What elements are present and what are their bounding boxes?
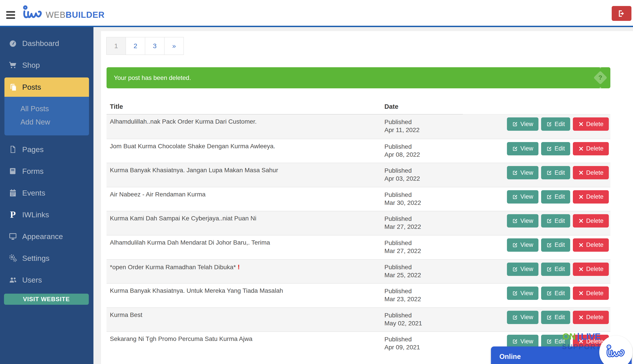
chat-separator: |: [576, 332, 581, 341]
pen-square-icon: [546, 314, 552, 320]
sidebar-item-settings[interactable]: Settings: [0, 250, 94, 266]
sidebar-item-label: Appearance: [22, 232, 63, 241]
sidebar-item-appearance[interactable]: Appearance: [0, 228, 94, 244]
posts-table-body: Alhamdulillah..nak Pack Order Kurma Dari…: [106, 114, 610, 356]
x-icon: [578, 242, 584, 248]
edit-button[interactable]: Edit: [541, 190, 570, 204]
post-date: Apr 08, 2022: [384, 151, 463, 159]
pagination-page-1[interactable]: 1: [106, 37, 126, 55]
view-button[interactable]: View: [507, 166, 538, 179]
edit-button[interactable]: Edit: [541, 262, 570, 276]
delete-button[interactable]: Delete: [573, 142, 609, 155]
post-actions: View Edit Delete: [463, 166, 610, 179]
sidebar-item-iwlinks[interactable]: P IWLinks: [0, 207, 94, 222]
brand-logo[interactable]: WEBBUILDER: [21, 4, 104, 23]
x-icon: [578, 121, 584, 127]
post-date: Apr 03, 2022: [384, 175, 463, 183]
post-title: Kurma Best: [106, 312, 384, 318]
delete-button[interactable]: Delete: [573, 118, 609, 131]
edit-button[interactable]: Edit: [541, 311, 570, 324]
post-date-cell: Published Apr 03, 2022: [384, 167, 463, 183]
delete-button[interactable]: Delete: [573, 166, 609, 179]
table-row: Kurma Banyak Khasiatnya. Untuk Mereka Ya…: [106, 283, 610, 308]
delete-button[interactable]: Delete: [573, 238, 609, 252]
post-status: Published: [384, 167, 463, 175]
post-status: Published: [384, 263, 463, 271]
pen-square-icon: [546, 121, 552, 127]
view-button[interactable]: View: [507, 335, 538, 348]
delete-button[interactable]: Delete: [573, 311, 609, 324]
edit-button[interactable]: Edit: [541, 142, 570, 155]
marker-p-icon: P: [8, 210, 18, 220]
iw-logo-icon: [605, 344, 627, 361]
post-title: Alhamdulillah..nak Pack Order Kurma Dari…: [106, 118, 384, 125]
post-actions: View Edit Delete: [463, 118, 610, 131]
post-title: Kurma Banyak Khasiatnya. Untuk Mereka Ya…: [106, 287, 384, 294]
copy-icon: [8, 82, 18, 92]
sidebar-item-events[interactable]: Events: [0, 185, 94, 201]
posts-table: Title Date Alhamdulillah..nak Pack Order…: [106, 99, 610, 356]
post-date-cell: Published Mar 30, 2022: [384, 191, 463, 207]
pen-square-icon: [546, 242, 552, 248]
sidebar-item-forms[interactable]: Forms: [0, 163, 94, 179]
brand-name: WEBBUILDER: [46, 10, 104, 20]
sidebar-subitem-all-posts[interactable]: All Posts: [4, 102, 89, 116]
edit-button[interactable]: Edit: [541, 214, 570, 228]
post-actions: View Edit Delete: [463, 238, 610, 252]
view-button[interactable]: View: [507, 118, 538, 131]
delete-button[interactable]: Delete: [573, 286, 609, 300]
pen-square-icon: [512, 290, 518, 296]
hamburger-menu-icon[interactable]: [6, 11, 15, 19]
view-button[interactable]: View: [507, 238, 538, 252]
sidebar-item-users[interactable]: Users: [0, 272, 94, 288]
pen-square-icon: [512, 170, 518, 176]
post-date: Mar 27, 2022: [384, 247, 463, 255]
pagination-page-3[interactable]: 3: [145, 37, 164, 55]
view-button[interactable]: View: [507, 262, 538, 276]
post-status: Published: [384, 335, 463, 343]
sign-out-icon: [618, 9, 626, 18]
sidebar-item-posts-active[interactable]: Posts: [4, 78, 89, 97]
view-button[interactable]: View: [507, 142, 538, 155]
sidebar-item-label: Posts: [22, 83, 41, 92]
sidebar-item-shop[interactable]: Shop: [0, 57, 94, 73]
post-status: Published: [384, 287, 463, 295]
sidebar-item-dashboard[interactable]: Dashboard: [0, 36, 94, 51]
question-diamond-icon[interactable]: ?: [594, 71, 607, 84]
sidebar-item-label: Users: [22, 276, 42, 284]
delete-button[interactable]: Delete: [573, 190, 609, 204]
x-icon: [578, 170, 584, 176]
file-icon: [8, 144, 18, 154]
posts-submenu: All Posts Add New: [4, 97, 89, 136]
gears-icon: [8, 253, 18, 263]
pagination-page-2[interactable]: 2: [126, 37, 145, 55]
logout-button[interactable]: [612, 6, 632, 21]
post-date: Mar 30, 2022: [384, 199, 463, 207]
pagination-next[interactable]: »: [164, 37, 184, 55]
post-date-cell: Published Apr 11, 2022: [384, 118, 463, 134]
visit-website-button[interactable]: VISIT WEBSITE: [4, 294, 89, 305]
sidebar-subitem-add-new[interactable]: Add New: [4, 116, 89, 129]
sidebar-item-label: Forms: [22, 167, 44, 176]
view-button[interactable]: View: [507, 190, 538, 204]
post-title: Air Nabeez - Air Rendaman Kurma: [106, 191, 384, 198]
post-status: Published: [384, 118, 463, 126]
post-date: Mar 25, 2022: [384, 271, 463, 279]
pen-square-icon: [546, 266, 552, 272]
tachometer-icon: [8, 38, 18, 48]
edit-button[interactable]: Edit: [541, 286, 570, 300]
calendar-icon: [8, 188, 18, 198]
edit-button[interactable]: Edit: [541, 118, 570, 131]
edit-button[interactable]: Edit: [541, 238, 570, 252]
delete-button[interactable]: Delete: [573, 262, 609, 276]
post-title: Sekarang Ni Tgh Promo Percuma Satu Kurma…: [106, 335, 384, 342]
pen-square-icon: [512, 218, 518, 224]
view-button[interactable]: View: [507, 286, 538, 300]
column-header-date: Date: [384, 99, 463, 114]
view-button[interactable]: View: [507, 214, 538, 228]
view-button[interactable]: View: [507, 311, 538, 324]
pen-square-icon: [546, 170, 552, 176]
sidebar-item-pages[interactable]: Pages: [0, 142, 94, 157]
edit-button[interactable]: Edit: [541, 166, 570, 179]
delete-button[interactable]: Delete: [573, 214, 609, 228]
